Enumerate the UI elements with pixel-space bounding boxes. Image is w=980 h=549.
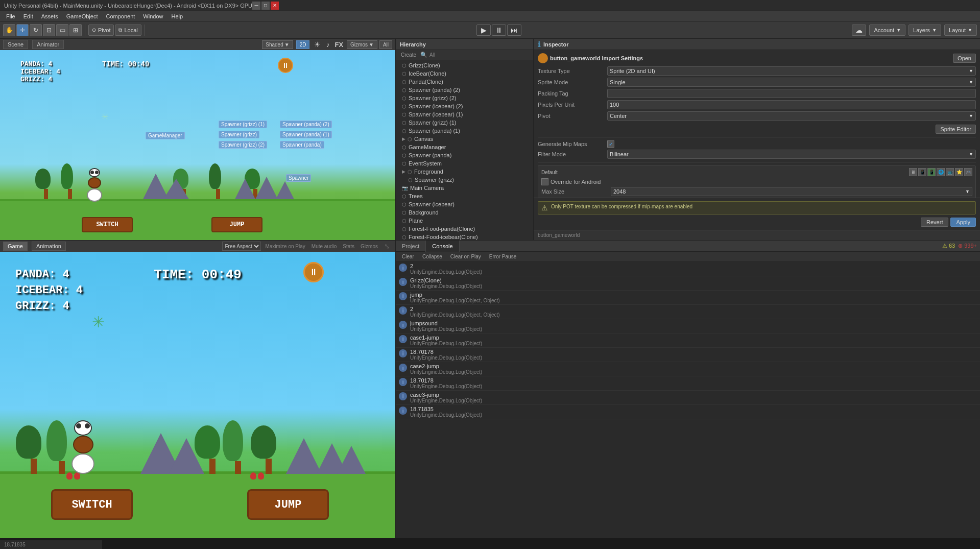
hier-item-plane[interactable]: ⬡ Plane — [396, 217, 533, 225]
shaded-dropdown[interactable]: Shaded ▼ — [262, 40, 293, 49]
menubar-item-assets[interactable]: Assets — [37, 12, 62, 20]
apply-btn[interactable]: Apply — [950, 218, 976, 227]
pivot-btn[interactable]: ⊙ Pivot — [88, 25, 114, 36]
hier-item-spawner-icebear1[interactable]: ⬡ Spawner (icebear) (1) — [396, 110, 533, 118]
console-row[interactable]: i jumpsound UnityEngine.Debug.Log(Object… — [396, 319, 980, 333]
win-minimize-btn[interactable]: ─ — [252, 2, 260, 10]
scene-node-spawner[interactable]: Spawner — [286, 174, 311, 182]
game-jump-btn[interactable]: JUMP — [247, 489, 329, 520]
win-maximize-btn[interactable]: □ — [261, 2, 270, 10]
hier-item-spawner-panda1[interactable]: ⬡ Spawner (panda) (1) — [396, 127, 533, 135]
play-btn[interactable]: ▶ — [476, 25, 491, 36]
menubar-item-window[interactable]: Window — [139, 12, 167, 20]
aspect-ratio-select[interactable]: Free Aspect — [222, 242, 261, 251]
hier-item-spawner-grizz-sub[interactable]: ⬡ Spawner (grizz) — [396, 176, 533, 184]
rect-tool-btn[interactable]: ▭ — [56, 24, 68, 36]
console-row[interactable]: i 2 UnityEngine.Debug.Log(Object, Object… — [396, 305, 980, 319]
sprite-editor-btn[interactable]: Sprite Editor — [936, 125, 976, 134]
transform-all-btn[interactable]: ⊞ — [69, 24, 82, 36]
filter-mode-value[interactable]: Bilinear ▼ — [607, 150, 976, 159]
scene-all-btn[interactable]: All — [379, 40, 392, 49]
console-row[interactable]: i 18.70178 UnityEngine.Debug.Log(Object) — [396, 348, 980, 362]
scene-audio-icon[interactable]: ♪ — [324, 40, 331, 49]
hier-item-eventsystem[interactable]: ⬡ EventSystem — [396, 159, 533, 168]
menubar-item-edit[interactable]: Edit — [19, 12, 37, 20]
hier-item-spawner-panda2[interactable]: ⬡ Spawner (panda) (2) — [396, 86, 533, 94]
hier-item-spawner-panda[interactable]: ⬡ Spawner (panda) — [396, 151, 533, 159]
account-btn[interactable]: Account ▼ — [869, 25, 905, 36]
scene-node-spawner-grizz[interactable]: Spawner (grizz) — [219, 131, 259, 138]
hier-item-background[interactable]: ⬡ Background — [396, 208, 533, 217]
console-row[interactable]: i case2-jump UnityEngine.Debug.Log(Objec… — [396, 362, 980, 376]
game-gizmos-btn[interactable]: Gizmos — [358, 244, 380, 249]
rotate-tool-btn[interactable]: ↻ — [30, 24, 42, 36]
hier-item-trees[interactable]: ⬡ Trees — [396, 192, 533, 200]
hier-item-spawner-icebear2[interactable]: ⬡ Spawner (icebear) (2) — [396, 102, 533, 110]
move-tool-btn[interactable]: ✛ — [16, 24, 29, 36]
scene-node-spawner-panda2[interactable]: Spawner (panda) (2) — [280, 121, 332, 128]
console-tab[interactable]: Console — [426, 241, 459, 252]
console-row[interactable]: i 2 UnityEngine.Debug.Log(Object) — [396, 262, 980, 276]
gizmos-btn[interactable]: Gizmos ▼ — [347, 40, 377, 49]
menubar-item-help[interactable]: Help — [167, 12, 187, 20]
pixels-input[interactable] — [607, 100, 976, 109]
console-row[interactable]: i Grizz(Clone) UnityEngine.Debug.Log(Obj… — [396, 276, 980, 291]
hier-item-forest-icebear[interactable]: ⬡ Forest-Food-icebear(Clone) — [396, 233, 533, 240]
stats-btn[interactable]: Stats — [341, 244, 356, 249]
layers-btn[interactable]: Layers ▼ — [909, 25, 941, 36]
game-switch-btn[interactable]: SWITCH — [51, 489, 133, 520]
hier-item-main-camera[interactable]: 📷 Main Camera — [396, 184, 533, 192]
scale-tool-btn[interactable]: ⊡ — [43, 24, 55, 36]
menubar-item-file[interactable]: File — [2, 12, 19, 20]
animation-tab[interactable]: Animation — [32, 242, 66, 251]
project-tab[interactable]: Project — [396, 241, 426, 252]
hand-tool-btn[interactable]: ✋ — [3, 24, 15, 36]
game-pause-circle[interactable]: ⏸ — [303, 262, 324, 282]
hier-item-grizz[interactable]: ⬡ Grizz(Clone) — [396, 61, 533, 69]
scene-node-spawner-grizz2[interactable]: Spawner (grizz) (2) — [219, 141, 267, 149]
hier-item-icebear[interactable]: ⬡ IceBear(Clone) — [396, 69, 533, 78]
menubar-item-component[interactable]: Component — [102, 12, 139, 20]
game-tab[interactable]: Game — [3, 242, 28, 251]
platform-monitor-icon[interactable]: 🖥 — [909, 168, 917, 176]
revert-btn[interactable]: Revert — [921, 218, 948, 227]
packing-tag-input[interactable] — [607, 89, 976, 98]
hier-item-spawner-grizz2[interactable]: ⬡ Spawner (grizz) (2) — [396, 94, 533, 102]
hier-item-foreground[interactable]: ▶ ⬡ Foreground — [396, 168, 533, 176]
inspector-open-btn[interactable]: Open — [953, 54, 976, 63]
hier-item-forest-panda[interactable]: ⬡ Forest-Food-panda(Clone) — [396, 225, 533, 233]
platform-android-icon[interactable]: 📱 — [927, 168, 936, 176]
step-btn[interactable]: ⏭ — [507, 25, 521, 36]
mute-audio-btn[interactable]: Mute audio — [309, 244, 339, 249]
scene-node-gamemanager[interactable]: GameManager — [146, 132, 185, 139]
override-android-checkbox[interactable] — [541, 178, 548, 185]
console-row[interactable]: i case1-jump UnityEngine.Debug.Log(Objec… — [396, 333, 980, 348]
console-clear-btn[interactable]: Clear — [399, 253, 417, 260]
console-collapse-btn[interactable]: Collapse — [419, 253, 445, 260]
hier-item-spawner-grizz1[interactable]: ⬡ Spawner (grizz) (1) — [396, 118, 533, 127]
2d-btn[interactable]: 2D — [296, 40, 310, 49]
console-row[interactable]: i 18.71835 UnityEngine.Debug.Log(Object) — [396, 405, 980, 419]
console-row[interactable]: i jump UnityEngine.Debug.Log(Object, Obj… — [396, 291, 980, 305]
platform-tv-icon[interactable]: 📺 — [946, 168, 954, 176]
hier-item-spawner-icebear[interactable]: ⬡ Spawner (icebear) — [396, 200, 533, 208]
max-size-value[interactable]: 2048 ▼ — [611, 187, 972, 196]
pause-btn[interactable]: ⏸ — [492, 25, 506, 36]
win-close-btn[interactable]: ✕ — [271, 2, 279, 10]
scene-jump-btn[interactable]: JUMP — [211, 217, 262, 232]
sprite-mode-value[interactable]: Single ▼ — [607, 78, 976, 87]
generate-mip-checkbox[interactable] — [607, 140, 614, 148]
texture-type-value[interactable]: Sprite (2D and UI) ▼ — [607, 66, 976, 76]
scene-light-icon[interactable]: ☀ — [313, 40, 322, 49]
platform-mobile-icon[interactable]: 📱 — [918, 168, 926, 176]
layout-btn[interactable]: Layout ▼ — [944, 25, 977, 36]
hier-item-canvas[interactable]: ▶ ⬡ Canvas — [396, 135, 533, 143]
scene-switch-btn[interactable]: SWITCH — [82, 217, 133, 232]
platform-star-icon[interactable]: ⭐ — [955, 168, 963, 176]
scene-node-spawner-panda[interactable]: Spawner (panda) — [280, 141, 324, 149]
scene-pause-btn[interactable]: ⏸ — [278, 58, 293, 73]
console-row[interactable]: i case3-jump UnityEngine.Debug.Log(Objec… — [396, 391, 980, 405]
hierarchy-create-btn[interactable]: Create — [399, 52, 418, 58]
hier-item-gamemanager[interactable]: ⬡ GameManager — [396, 143, 533, 151]
scene-node-spawner-grizz1[interactable]: Spawner (grizz) (1) — [219, 121, 267, 128]
